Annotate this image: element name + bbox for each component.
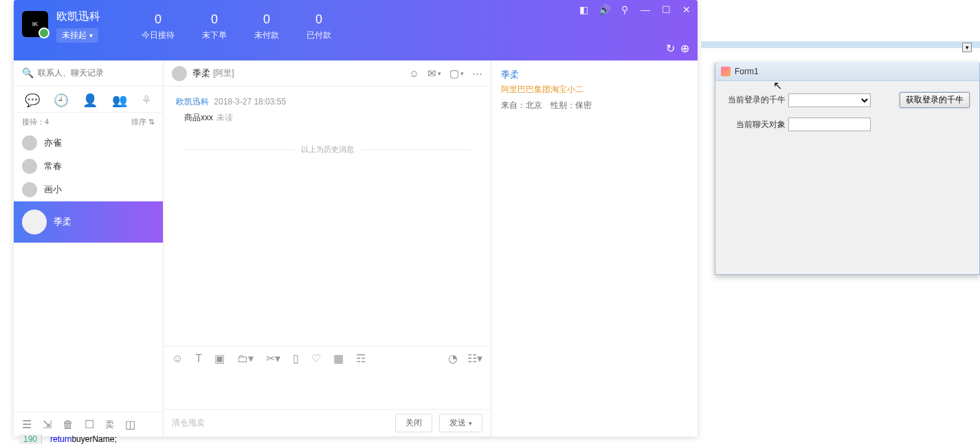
info-contact-name: 季柔	[501, 69, 688, 81]
card-icon[interactable]: ☶	[356, 352, 366, 365]
history-icon[interactable]: ☷▾	[467, 352, 482, 365]
contact-item[interactable]: 常春	[14, 155, 163, 178]
header-bar: IK 欧凯迅科 未挂起 0今日接待 0未下单 0未付款 0已付款 ◧ 🔊 ⚲ —…	[14, 0, 698, 60]
form-row-chat: 当前聊天对象	[725, 118, 970, 131]
input-hint[interactable]: 清仓甩卖	[172, 417, 205, 429]
contact-name: 亦雀	[44, 137, 62, 149]
sidebar: 🔍 💬 🕘 👤 👥 ⚘ 接待：4 排序 ⇅ 亦雀 常春 画小 季柔	[14, 60, 164, 436]
message-meta: 欧凯迅科 2018-3-27 18:03:55	[176, 96, 478, 108]
clock-tab-icon[interactable]: 🕘	[54, 93, 69, 108]
chat-header-actions: ☺ ✉ ▢ ⋯	[409, 67, 482, 80]
chat-tab-icon[interactable]: 💬	[25, 93, 40, 108]
avatar	[22, 135, 37, 151]
info-panel: 季柔 阿里巴巴集团淘宝小二 来自：北京 性别：保密	[491, 60, 698, 436]
search-icon: 🔍	[22, 67, 34, 78]
image-icon[interactable]: ▣	[214, 352, 225, 365]
chat-contact-tag: [阿里]	[213, 67, 234, 79]
stat-num: 0	[142, 12, 175, 27]
brand-block: 欧凯迅科 未挂起	[56, 10, 100, 43]
input-bottom-bar: 清仓甩卖 关闭 发送▾	[164, 409, 491, 436]
refresh-icon[interactable]: ↻	[666, 42, 675, 55]
form-row-login: 当前登录的千牛 获取登录的千牛	[725, 92, 970, 108]
cut-icon[interactable]: ✂▾	[266, 352, 280, 365]
background-tab-strip	[701, 41, 980, 48]
identifier: buyerName;	[71, 434, 116, 444]
message-input[interactable]	[172, 375, 482, 405]
emoji-icon[interactable]: ☺	[172, 353, 183, 365]
send-mode-icon[interactable]: ◔	[448, 352, 458, 365]
message-body: 商品xxx	[184, 113, 213, 122]
menu-icon[interactable]: ☰	[22, 418, 32, 431]
contact-item[interactable]: 画小	[14, 178, 163, 201]
background-dropdown-icon[interactable]: ▾	[962, 43, 972, 52]
contact-item[interactable]: 亦雀	[14, 131, 163, 155]
sell-button[interactable]: 卖	[105, 419, 114, 431]
volume-icon[interactable]: 🔊	[599, 4, 610, 15]
winforms-window: Form1 当前登录的千牛 获取登录的千牛 当前聊天对象	[715, 62, 980, 275]
info-detail: 来自：北京 性别：保密	[501, 100, 688, 111]
group-tab-icon[interactable]: 👥	[112, 93, 127, 108]
search-input[interactable]	[38, 68, 155, 78]
message-input-area	[164, 370, 491, 409]
stat-today[interactable]: 0今日接待	[142, 12, 175, 41]
minimize-icon[interactable]: —	[640, 4, 651, 15]
send-button[interactable]: 发送▾	[439, 414, 482, 432]
font-icon[interactable]: T	[195, 353, 202, 365]
pin-icon[interactable]: ⚲	[619, 4, 630, 15]
history-divider: 以上为历史消息	[176, 144, 478, 155]
sort-toggle[interactable]: 排序 ⇅	[131, 117, 155, 127]
sidebar-meta: 接待：4 排序 ⇅	[14, 113, 163, 131]
avatar	[172, 66, 187, 81]
calc-icon[interactable]: ▦	[333, 352, 344, 365]
form-icon	[721, 67, 731, 76]
contact-name: 季柔	[54, 216, 71, 228]
app-logo[interactable]: IK	[22, 11, 48, 37]
emoji-action-icon[interactable]: ☺	[409, 67, 419, 80]
close-icon[interactable]: ✕	[681, 4, 692, 15]
chat-message-area[interactable]: 欧凯迅科 2018-3-27 18:03:55 商品xxx 未读 以上为历史消息	[164, 87, 491, 346]
trash-icon[interactable]: 🗑	[63, 419, 74, 431]
status-dropdown[interactable]: 未挂起	[56, 28, 98, 43]
close-button[interactable]: 关闭	[395, 414, 432, 432]
info-org: 阿里巴巴集团淘宝小二	[501, 84, 688, 96]
stat-num: 0	[254, 12, 279, 27]
person-tab-icon[interactable]: 👤	[82, 93, 98, 108]
stat-noorder[interactable]: 0未下单	[202, 12, 227, 41]
video-action-icon[interactable]: ▢	[449, 67, 464, 80]
avatar	[22, 182, 37, 197]
form-titlebar[interactable]: Form1	[715, 62, 979, 81]
heart-icon[interactable]: ♡	[311, 352, 321, 365]
stat-unpaid[interactable]: 0未付款	[254, 12, 279, 41]
combo-current-login[interactable]	[788, 93, 871, 107]
unread-label: 未读	[216, 113, 233, 122]
text-current-chat[interactable]	[788, 118, 871, 131]
phone-icon[interactable]: ▯	[293, 352, 299, 365]
stat-label: 未付款	[254, 30, 279, 41]
box-icon[interactable]: ☐	[85, 418, 94, 431]
chat-contact-name: 季柔	[192, 67, 210, 80]
main-body: 🔍 💬 🕘 👤 👥 ⚘ 接待：4 排序 ⇅ 亦雀 常春 画小 季柔	[14, 60, 698, 436]
nav-icons: 💬 🕘 👤 👥 ⚘	[14, 86, 163, 113]
contact-name: 画小	[44, 184, 62, 196]
export-icon[interactable]: ⇲	[43, 418, 52, 431]
add-icon[interactable]: ⊕	[680, 42, 689, 55]
layout-icon[interactable]: ◫	[125, 418, 135, 431]
contact-item-active[interactable]: 季柔	[14, 201, 163, 243]
label-current-chat: 当前聊天对象	[725, 119, 788, 131]
header-action-icons: ↻ ⊕	[666, 42, 689, 55]
stat-num: 0	[307, 12, 331, 27]
maximize-icon[interactable]: ☐	[660, 4, 671, 15]
skin-icon[interactable]: ◧	[578, 4, 589, 15]
more-action-icon[interactable]: ⋯	[472, 67, 482, 80]
fetch-login-button[interactable]: 获取登录的千牛	[900, 92, 970, 108]
input-toolbar: ☺ T ▣ 🗀▾ ✂▾ ▯ ♡ ▦ ☶ ◔ ☷▾	[164, 346, 491, 370]
brand-name: 欧凯迅科	[56, 10, 100, 24]
stat-paid[interactable]: 0已付款	[307, 12, 331, 41]
mail-action-icon[interactable]: ✉	[427, 67, 441, 80]
stat-label: 未下单	[202, 30, 227, 41]
folder-icon[interactable]: 🗀▾	[237, 352, 254, 365]
contact-name: 常春	[44, 160, 62, 173]
stat-num: 0	[202, 12, 227, 27]
org-tab-icon[interactable]: ⚘	[141, 93, 152, 108]
contact-list: 亦雀 常春 画小 季柔	[14, 131, 163, 412]
